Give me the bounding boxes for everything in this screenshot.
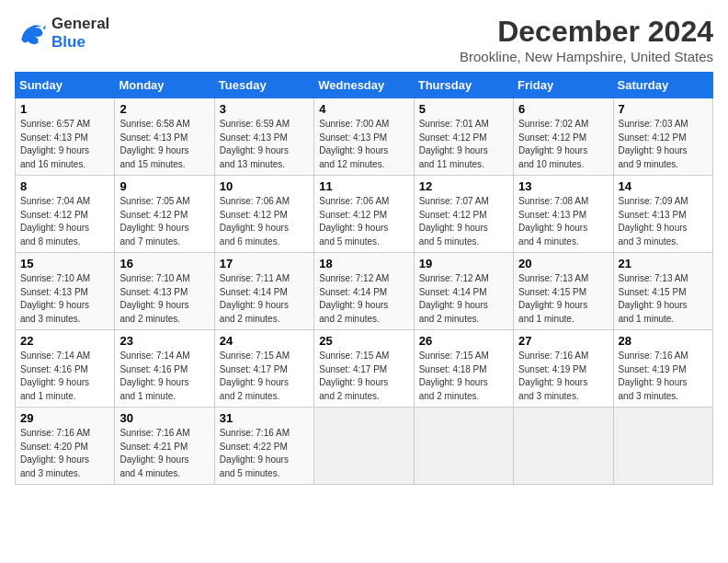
day-info: Sunrise: 7:13 AM Sunset: 4:15 PM Dayligh… <box>619 272 708 326</box>
day-number: 10 <box>220 179 309 193</box>
day-info: Sunrise: 7:01 AM Sunset: 4:12 PM Dayligh… <box>419 118 508 171</box>
calendar-cell: 26Sunrise: 7:15 AM Sunset: 4:18 PM Dayli… <box>414 330 513 408</box>
calendar-cell: 29Sunrise: 7:16 AM Sunset: 4:20 PM Dayli… <box>16 408 115 485</box>
day-info: Sunrise: 7:10 AM Sunset: 4:13 PM Dayligh… <box>20 272 109 326</box>
day-number: 11 <box>319 179 408 193</box>
calendar-week-row: 15Sunrise: 7:10 AM Sunset: 4:13 PM Dayli… <box>16 253 713 330</box>
calendar-table: SundayMondayTuesdayWednesdayThursdayFrid… <box>15 72 713 485</box>
day-number: 14 <box>619 179 708 193</box>
weekday-header-thursday: Thursday <box>414 73 513 98</box>
calendar-title: December 2024 <box>460 15 713 49</box>
day-number: 30 <box>119 411 209 425</box>
day-info: Sunrise: 7:13 AM Sunset: 4:15 PM Dayligh… <box>518 272 608 326</box>
day-info: Sunrise: 7:06 AM Sunset: 4:12 PM Dayligh… <box>220 195 309 248</box>
calendar-cell: 11Sunrise: 7:06 AM Sunset: 4:12 PM Dayli… <box>314 176 414 253</box>
day-info: Sunrise: 7:07 AM Sunset: 4:12 PM Dayligh… <box>419 195 508 248</box>
calendar-cell: 12Sunrise: 7:07 AM Sunset: 4:12 PM Dayli… <box>414 176 513 253</box>
calendar-cell <box>314 408 414 485</box>
title-area: December 2024 Brookline, New Hampshire, … <box>460 15 713 64</box>
day-number: 4 <box>319 102 408 116</box>
day-number: 18 <box>319 257 408 270</box>
day-info: Sunrise: 7:14 AM Sunset: 4:16 PM Dayligh… <box>20 350 109 403</box>
calendar-cell: 30Sunrise: 7:16 AM Sunset: 4:21 PM Dayli… <box>115 408 214 485</box>
weekday-header-row: SundayMondayTuesdayWednesdayThursdayFrid… <box>16 73 713 98</box>
calendar-cell: 18Sunrise: 7:12 AM Sunset: 4:14 PM Dayli… <box>314 253 414 330</box>
logo-text: General Blue <box>51 15 109 52</box>
weekday-header-friday: Friday <box>514 73 613 98</box>
calendar-cell: 9Sunrise: 7:05 AM Sunset: 4:12 PM Daylig… <box>115 176 214 253</box>
day-number: 31 <box>220 411 309 425</box>
day-number: 26 <box>419 334 508 348</box>
day-info: Sunrise: 6:58 AM Sunset: 4:13 PM Dayligh… <box>119 118 209 171</box>
day-number: 21 <box>619 257 708 270</box>
day-info: Sunrise: 7:12 AM Sunset: 4:14 PM Dayligh… <box>319 272 408 326</box>
day-number: 29 <box>20 411 109 425</box>
calendar-cell: 15Sunrise: 7:10 AM Sunset: 4:13 PM Dayli… <box>16 253 115 330</box>
day-info: Sunrise: 6:59 AM Sunset: 4:13 PM Dayligh… <box>220 118 309 171</box>
calendar-cell: 7Sunrise: 7:03 AM Sunset: 4:12 PM Daylig… <box>613 98 712 176</box>
day-info: Sunrise: 7:16 AM Sunset: 4:19 PM Dayligh… <box>518 350 608 403</box>
day-number: 28 <box>619 334 708 348</box>
calendar-cell: 10Sunrise: 7:06 AM Sunset: 4:12 PM Dayli… <box>214 176 313 253</box>
day-number: 20 <box>518 257 608 270</box>
day-info: Sunrise: 7:04 AM Sunset: 4:12 PM Dayligh… <box>20 195 109 248</box>
day-number: 8 <box>20 179 109 193</box>
calendar-subtitle: Brookline, New Hampshire, United States <box>460 49 713 64</box>
day-info: Sunrise: 7:03 AM Sunset: 4:12 PM Dayligh… <box>619 118 708 171</box>
weekday-header-saturday: Saturday <box>613 73 712 98</box>
calendar-cell: 5Sunrise: 7:01 AM Sunset: 4:12 PM Daylig… <box>414 98 513 176</box>
calendar-cell <box>613 408 712 485</box>
day-info: Sunrise: 7:02 AM Sunset: 4:12 PM Dayligh… <box>518 118 608 171</box>
calendar-cell: 6Sunrise: 7:02 AM Sunset: 4:12 PM Daylig… <box>514 98 613 176</box>
day-info: Sunrise: 6:57 AM Sunset: 4:13 PM Dayligh… <box>20 118 109 171</box>
calendar-week-row: 1Sunrise: 6:57 AM Sunset: 4:13 PM Daylig… <box>16 98 713 176</box>
calendar-cell: 27Sunrise: 7:16 AM Sunset: 4:19 PM Dayli… <box>514 330 613 408</box>
weekday-header-monday: Monday <box>115 73 214 98</box>
calendar-cell: 28Sunrise: 7:16 AM Sunset: 4:19 PM Dayli… <box>613 330 712 408</box>
day-info: Sunrise: 7:12 AM Sunset: 4:14 PM Dayligh… <box>419 272 508 326</box>
weekday-header-sunday: Sunday <box>16 73 115 98</box>
day-number: 7 <box>619 102 708 116</box>
day-info: Sunrise: 7:09 AM Sunset: 4:13 PM Dayligh… <box>619 195 708 248</box>
day-info: Sunrise: 7:06 AM Sunset: 4:12 PM Dayligh… <box>319 195 408 248</box>
calendar-cell: 17Sunrise: 7:11 AM Sunset: 4:14 PM Dayli… <box>214 253 313 330</box>
calendar-cell: 14Sunrise: 7:09 AM Sunset: 4:13 PM Dayli… <box>613 176 712 253</box>
day-info: Sunrise: 7:15 AM Sunset: 4:17 PM Dayligh… <box>319 350 408 403</box>
calendar-cell: 1Sunrise: 6:57 AM Sunset: 4:13 PM Daylig… <box>16 98 115 176</box>
calendar-week-row: 22Sunrise: 7:14 AM Sunset: 4:16 PM Dayli… <box>16 330 713 408</box>
calendar-week-row: 8Sunrise: 7:04 AM Sunset: 4:12 PM Daylig… <box>16 176 713 253</box>
day-info: Sunrise: 7:16 AM Sunset: 4:19 PM Dayligh… <box>619 350 708 403</box>
calendar-cell: 4Sunrise: 7:00 AM Sunset: 4:13 PM Daylig… <box>314 98 414 176</box>
day-number: 22 <box>20 334 109 348</box>
day-info: Sunrise: 7:00 AM Sunset: 4:13 PM Dayligh… <box>319 118 408 171</box>
day-number: 16 <box>119 257 209 270</box>
day-info: Sunrise: 7:16 AM Sunset: 4:22 PM Dayligh… <box>220 427 309 480</box>
day-info: Sunrise: 7:15 AM Sunset: 4:18 PM Dayligh… <box>419 350 508 403</box>
calendar-cell: 20Sunrise: 7:13 AM Sunset: 4:15 PM Dayli… <box>514 253 613 330</box>
calendar-cell: 31Sunrise: 7:16 AM Sunset: 4:22 PM Dayli… <box>214 408 313 485</box>
calendar-cell: 19Sunrise: 7:12 AM Sunset: 4:14 PM Dayli… <box>414 253 513 330</box>
day-number: 5 <box>419 102 508 116</box>
calendar-cell: 23Sunrise: 7:14 AM Sunset: 4:16 PM Dayli… <box>115 330 214 408</box>
day-info: Sunrise: 7:11 AM Sunset: 4:14 PM Dayligh… <box>220 272 309 326</box>
calendar-cell: 24Sunrise: 7:15 AM Sunset: 4:17 PM Dayli… <box>214 330 313 408</box>
calendar-cell: 25Sunrise: 7:15 AM Sunset: 4:17 PM Dayli… <box>314 330 414 408</box>
calendar-cell <box>414 408 513 485</box>
calendar-week-row: 29Sunrise: 7:16 AM Sunset: 4:20 PM Dayli… <box>16 408 713 485</box>
day-number: 2 <box>119 102 209 116</box>
calendar-cell: 2Sunrise: 6:58 AM Sunset: 4:13 PM Daylig… <box>115 98 214 176</box>
day-number: 12 <box>419 179 508 193</box>
calendar-cell: 22Sunrise: 7:14 AM Sunset: 4:16 PM Dayli… <box>16 330 115 408</box>
day-number: 23 <box>119 334 209 348</box>
header: General Blue December 2024 Brookline, Ne… <box>15 15 713 64</box>
day-number: 3 <box>220 102 309 116</box>
day-number: 19 <box>419 257 508 270</box>
calendar-cell: 3Sunrise: 6:59 AM Sunset: 4:13 PM Daylig… <box>214 98 313 176</box>
day-number: 9 <box>119 179 209 193</box>
day-number: 27 <box>518 334 608 348</box>
day-number: 17 <box>220 257 309 270</box>
day-info: Sunrise: 7:08 AM Sunset: 4:13 PM Dayligh… <box>518 195 608 248</box>
day-number: 15 <box>20 257 109 270</box>
day-info: Sunrise: 7:05 AM Sunset: 4:12 PM Dayligh… <box>119 195 209 248</box>
day-number: 24 <box>220 334 309 348</box>
